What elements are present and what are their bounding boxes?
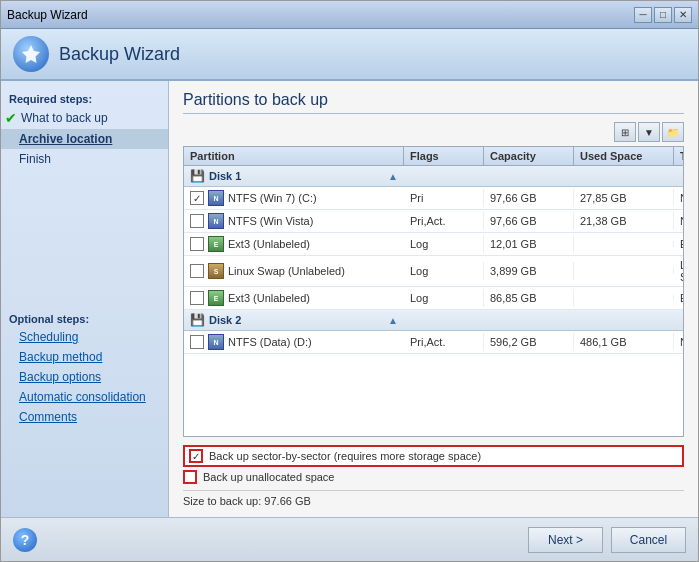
- sidebar-item-comments[interactable]: Comments: [1, 407, 168, 427]
- partition-capacity: 97,66 GB: [484, 189, 574, 207]
- partition-flags: Pri,Act.: [404, 212, 484, 230]
- sector-by-sector-option: Back up sector-by-sector (requires more …: [183, 445, 684, 467]
- folder-button[interactable]: 📁: [662, 122, 684, 142]
- sidebar: Required steps: ✔ What to back up Archiv…: [1, 81, 169, 517]
- grid-view-button[interactable]: ⊞: [614, 122, 636, 142]
- partition-type: NTFS: [674, 333, 684, 351]
- title-bar-buttons: ─ □ ✕: [634, 7, 692, 23]
- backup-options-label: Backup options: [19, 370, 101, 384]
- main-content: Partitions to back up ⊞ ▼ 📁 Partition Fl…: [169, 81, 698, 517]
- size-label: Size to back up:: [183, 495, 261, 507]
- partition-label: NTFS (Win 7) (C:): [228, 192, 317, 204]
- size-row: Size to back up: 97.66 GB: [183, 490, 684, 507]
- header-bar: Backup Wizard: [1, 29, 698, 81]
- partition-label: Linux Swap (Unlabeled): [228, 265, 345, 277]
- partition-checkbox[interactable]: [190, 264, 204, 278]
- partition-checkbox[interactable]: [190, 237, 204, 251]
- table-header: Partition Flags Capacity Used Space Type: [184, 147, 683, 166]
- disk1-scroll-icon[interactable]: ▲: [388, 171, 398, 182]
- sector-checkbox[interactable]: [189, 449, 203, 463]
- sidebar-item-finish[interactable]: Finish: [1, 149, 168, 169]
- partition-checkbox[interactable]: [190, 214, 204, 228]
- col-type: Type: [674, 147, 684, 165]
- header-title: Backup Wizard: [59, 44, 180, 65]
- ntfs-icon: N: [208, 334, 224, 350]
- check-icon: ✔: [5, 110, 17, 126]
- ntfs-icon: N: [208, 213, 224, 229]
- auto-consolidation-label: Automatic consolidation: [19, 390, 146, 404]
- disk2-row: 💾 Disk 2 ▲: [184, 310, 683, 331]
- partition-flags: Log: [404, 262, 484, 280]
- col-capacity: Capacity: [484, 147, 574, 165]
- disk1-label: 💾 Disk 1 ▲: [184, 166, 404, 186]
- partition-label: Ext3 (Unlabeled): [228, 238, 310, 250]
- wizard-icon: [13, 36, 49, 72]
- comments-label: Comments: [19, 410, 77, 424]
- partition-name: N NTFS (Win 7) (C:): [184, 187, 404, 209]
- partition-capacity: 86,85 GB: [484, 289, 574, 307]
- sector-label: Back up sector-by-sector (requires more …: [209, 450, 481, 462]
- table-row: N NTFS (Win 7) (C:) Pri 97,66 GB 27,85 G…: [184, 187, 683, 210]
- sidebar-archive-label: Archive location: [19, 132, 112, 146]
- partition-capacity: 596,2 GB: [484, 333, 574, 351]
- partition-type: NTFS: [674, 189, 684, 207]
- disk-icon: 💾: [190, 169, 205, 183]
- col-flags: Flags: [404, 147, 484, 165]
- partition-name: E Ext3 (Unlabeled): [184, 287, 404, 309]
- sidebar-item-archive-location[interactable]: Archive location: [1, 129, 168, 149]
- help-button[interactable]: ?: [13, 528, 37, 552]
- disk2-label: 💾 Disk 2 ▲: [184, 310, 404, 330]
- partition-flags: Log: [404, 235, 484, 253]
- maximize-button[interactable]: □: [654, 7, 672, 23]
- window-title: Backup Wizard: [7, 8, 88, 22]
- sidebar-item-backup-options[interactable]: Backup options: [1, 367, 168, 387]
- sidebar-finish-label: Finish: [19, 152, 51, 166]
- backup-method-label: Backup method: [19, 350, 102, 364]
- partition-used: 21,38 GB: [574, 212, 674, 230]
- partition-name: E Ext3 (Unlabeled): [184, 233, 404, 255]
- sidebar-item-what-to-back-up[interactable]: ✔ What to back up: [1, 107, 168, 129]
- close-button[interactable]: ✕: [674, 7, 692, 23]
- partition-flags: Pri,Act.: [404, 333, 484, 351]
- minimize-button[interactable]: ─: [634, 7, 652, 23]
- dropdown-button[interactable]: ▼: [638, 122, 660, 142]
- ntfs-icon: N: [208, 190, 224, 206]
- bottom-options: Back up sector-by-sector (requires more …: [183, 445, 684, 484]
- partition-used: [574, 295, 674, 301]
- partition-type: Ext3: [674, 289, 684, 307]
- footer-bar: ? Next > Cancel: [1, 517, 698, 561]
- sidebar-item-backup-method[interactable]: Backup method: [1, 347, 168, 367]
- partition-type: Linux Swap: [674, 256, 684, 286]
- disk-icon: 💾: [190, 313, 205, 327]
- scheduling-label: Scheduling: [19, 330, 78, 344]
- partition-label: Ext3 (Unlabeled): [228, 292, 310, 304]
- partition-used: 27,85 GB: [574, 189, 674, 207]
- ext3-icon: E: [208, 290, 224, 306]
- partition-checkbox[interactable]: [190, 335, 204, 349]
- col-partition: Partition: [184, 147, 404, 165]
- partition-capacity: 97,66 GB: [484, 212, 574, 230]
- col-used-space: Used Space: [574, 147, 674, 165]
- disk2-name: Disk 2: [209, 314, 241, 326]
- swap-icon: S: [208, 263, 224, 279]
- required-steps-label: Required steps:: [1, 89, 168, 107]
- size-value: 97.66 GB: [264, 495, 310, 507]
- disk2-scroll-icon[interactable]: ▲: [388, 315, 398, 326]
- table-row: E Ext3 (Unlabeled) Log 12,01 GB Ext3: [184, 233, 683, 256]
- partition-checkbox[interactable]: [190, 191, 204, 205]
- partition-type: Ext3: [674, 235, 684, 253]
- backup-wizard-window: Backup Wizard ─ □ ✕ Backup Wizard Requir…: [0, 0, 699, 562]
- partition-flags: Log: [404, 289, 484, 307]
- optional-steps-label: Optional steps:: [1, 309, 168, 327]
- unallocated-option: Back up unallocated space: [183, 470, 684, 484]
- unallocated-checkbox[interactable]: [183, 470, 197, 484]
- table-toolbar: ⊞ ▼ 📁: [183, 122, 684, 142]
- next-button[interactable]: Next >: [528, 527, 603, 553]
- cancel-button[interactable]: Cancel: [611, 527, 686, 553]
- sidebar-item-scheduling[interactable]: Scheduling: [1, 327, 168, 347]
- sidebar-item-auto-consolidation[interactable]: Automatic consolidation: [1, 387, 168, 407]
- sidebar-what-label: What to back up: [21, 111, 108, 125]
- partition-name: N NTFS (Win Vista): [184, 210, 404, 232]
- ext3-icon: E: [208, 236, 224, 252]
- partition-checkbox[interactable]: [190, 291, 204, 305]
